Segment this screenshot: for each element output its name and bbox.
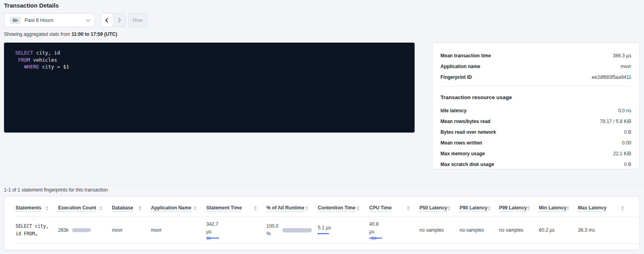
resource-value: 0 B [624, 129, 631, 135]
transaction-summary-card: Mean transaction time 386.3 µs Applicati… [432, 43, 640, 169]
time-range-label: Past 6 Hours [25, 18, 53, 23]
resource-row: Idle latency 0.0 ns [440, 105, 631, 116]
summary-row: Mean transaction time 386.3 µs [440, 50, 631, 61]
runtime-pct-bar [282, 228, 312, 233]
summary-value: movr [621, 64, 631, 69]
column-header-statement-time[interactable]: Statement Time [206, 205, 266, 217]
sort-icon [356, 206, 360, 211]
column-header-runtime-pct[interactable]: % of All Runtime [266, 205, 318, 217]
statements-table-card: Statements Execution Count Database Appl… [4, 196, 640, 250]
now-button[interactable]: Now [128, 13, 147, 27]
cpu-time-cell: 40.8 µs [369, 221, 419, 240]
min-latency-cell: 60.2 µs [539, 227, 578, 233]
chevron-right-icon [116, 18, 121, 22]
resource-label: Idle latency [440, 108, 466, 113]
resource-value: 78.17 / 5.8 KiB [600, 119, 631, 124]
column-header-application-name[interactable]: Application Name [151, 205, 206, 217]
column-header-execution-count[interactable]: Execution Count [58, 205, 112, 217]
sort-icon [99, 206, 102, 211]
database-cell: movr [112, 227, 151, 233]
resource-label: Max memory usage [440, 151, 485, 156]
execution-count-cell: 263k [58, 227, 112, 233]
max-latency-cell: 36.3 ms [578, 227, 634, 233]
resource-label: Mean rows/bytes read [440, 119, 490, 124]
chevron-down-icon [86, 18, 90, 21]
sql-line: WHERE city = $1 [15, 63, 415, 70]
summary-label: Application name [440, 64, 480, 69]
time-nav-arrows [101, 13, 125, 27]
resource-row: Max memory usage 22.1 KiB [440, 148, 631, 159]
p90-latency-cell: no samples [460, 227, 499, 233]
column-header-max-latency[interactable]: Max Latency [578, 205, 634, 217]
table-row: SELECT city, id FROM… 263k movr movr 342… [16, 217, 639, 244]
page-title: Transaction Details [4, 2, 59, 9]
summary-row: Application name movr [440, 61, 631, 72]
resource-value: 22.1 KiB [613, 151, 631, 156]
p99-latency-cell: no samples [499, 227, 539, 233]
sql-statement-box: SELECT city, id FROM vehicles WHERE city… [4, 43, 415, 133]
summary-label: Fingerprint ID [440, 74, 472, 80]
column-header-p50-latency[interactable]: P50 Latency [419, 205, 460, 217]
summary-value: ee2df683f5aa9411 [592, 74, 631, 80]
sql-line: SELECT city, id [15, 49, 415, 57]
chevron-left-icon [106, 18, 110, 22]
summary-label: Mean transaction time [440, 53, 491, 59]
resource-row: Bytes read over network 0 B [440, 127, 631, 137]
p50-latency-cell: no samples [419, 227, 460, 233]
prev-interval-button[interactable] [101, 14, 114, 27]
column-header-p90-latency[interactable]: P90 Latency [460, 205, 499, 217]
resource-label: Bytes read over network [440, 129, 496, 135]
sort-icon [194, 206, 197, 211]
column-header-min-latency[interactable]: Min Latency [539, 205, 578, 217]
column-header-cpu-time[interactable]: CPU Time [369, 205, 419, 217]
sort-icon [487, 206, 491, 211]
statement-time-bar [206, 236, 220, 240]
column-header-statements[interactable]: Statements [16, 205, 58, 217]
time-range-picker[interactable]: 6h Past 6 Hours [4, 13, 95, 27]
aggregation-range-prefix: Showing aggregated stats from [4, 31, 71, 37]
contention-time-cell: 5.1 µs [318, 225, 369, 235]
cpu-time-bar [369, 236, 383, 240]
resource-value: 0.0 ns [618, 108, 631, 113]
application-name-cell: movr [151, 227, 206, 233]
runtime-pct-cell: 100.0 % [266, 223, 318, 238]
resource-row: Mean rows/bytes read 78.17 / 5.8 KiB [440, 116, 631, 127]
section-divider [0, 186, 644, 186]
column-header-contention-time[interactable]: Contention Time [318, 205, 369, 217]
sql-line: FROM vehicles [15, 57, 415, 64]
summary-row: Fingerprint ID ee2df683f5aa9411 [440, 72, 631, 82]
statement-fingerprint-link[interactable]: SELECT city, id FROM… [16, 223, 58, 238]
sort-icon [254, 206, 257, 211]
sort-icon [45, 206, 49, 211]
sort-icon [566, 206, 570, 211]
statement-time-cell: 342.7 µs [206, 221, 266, 240]
resource-row: Mean rows written 0.00 [440, 137, 631, 148]
column-header-database[interactable]: Database [112, 205, 151, 217]
sort-icon [621, 206, 624, 211]
resource-row: Max scratch disk usage 0 B [440, 159, 631, 170]
table-header-row: Statements Execution Count Database Appl… [16, 205, 639, 217]
summary-divider [440, 86, 631, 86]
sort-icon [138, 206, 141, 211]
sort-icon [305, 206, 308, 211]
resource-value: 0.00 [622, 140, 631, 146]
next-interval-button[interactable] [114, 14, 125, 27]
execution-count-bar [72, 228, 91, 232]
sort-icon [527, 206, 530, 211]
resource-label: Mean rows written [440, 140, 482, 146]
time-range-badge: 6h [10, 17, 21, 24]
resource-usage-heading: Transaction resource usage [440, 94, 631, 100]
fingerprints-caption: 1-1 of 1 statement fingerprints for this… [4, 187, 108, 193]
column-header-p99-latency[interactable]: P99 Latency [499, 205, 539, 217]
resource-label: Max scratch disk usage [440, 162, 494, 167]
sort-icon [407, 206, 410, 211]
aggregation-range-text: Showing aggregated stats from 11:00 to 1… [4, 31, 117, 37]
sort-icon [447, 206, 450, 211]
resource-value: 0 B [624, 162, 631, 167]
summary-value: 386.3 µs [613, 53, 631, 59]
contention-time-bar [318, 232, 329, 235]
aggregation-range-value: 11:00 to 17:59 (UTC) [71, 31, 117, 37]
